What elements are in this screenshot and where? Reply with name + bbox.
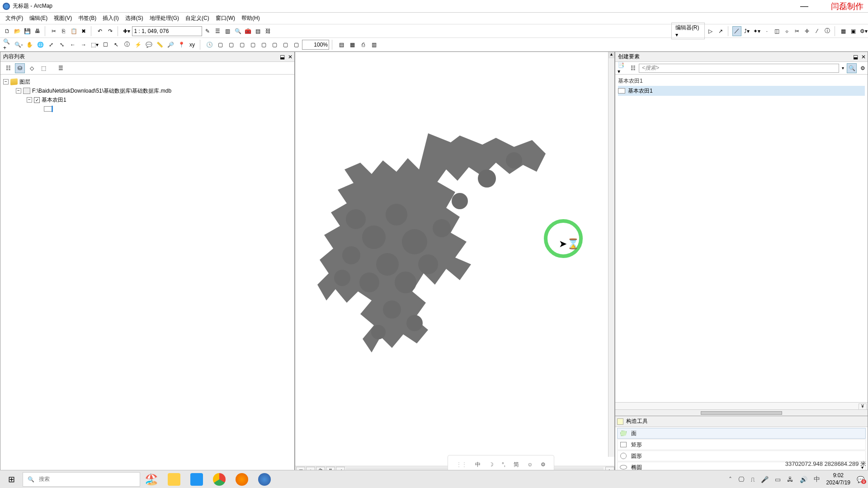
ime-emoji-button[interactable]: ☺ bbox=[527, 461, 533, 468]
toc-options-button[interactable]: ☰ bbox=[56, 63, 66, 73]
editor-toolbar-icon[interactable]: ✎ bbox=[203, 26, 212, 36]
menu-view[interactable]: 视图(V) bbox=[52, 14, 74, 23]
layer-symbol-patch[interactable] bbox=[44, 106, 52, 112]
cf-search-input[interactable]: <搜索> bbox=[639, 64, 839, 73]
catalog-button[interactable]: ▥ bbox=[223, 26, 232, 36]
tb-extra-2[interactable]: ▥ bbox=[369, 40, 379, 50]
map-scrollbar-vertical[interactable]: ▲ bbox=[608, 52, 614, 457]
menu-file[interactable]: 文件(F) bbox=[4, 14, 25, 23]
tray-display-icon[interactable]: 🖵 bbox=[738, 476, 745, 483]
ime-halfwidth-toggle[interactable]: ☽ bbox=[489, 461, 494, 468]
delete-button[interactable]: ✖ bbox=[79, 26, 88, 36]
ime-simp-trad-toggle[interactable]: 简 bbox=[514, 461, 519, 469]
find-route-tool[interactable]: 📍 bbox=[176, 40, 186, 50]
tray-volume-icon[interactable]: 🔊 bbox=[800, 476, 807, 483]
tb-gray-3[interactable]: ▢ bbox=[248, 40, 258, 50]
construct-rectangle[interactable]: 矩形 bbox=[617, 439, 866, 450]
tray-ime-indicator[interactable]: 中 bbox=[814, 475, 820, 483]
taskbar-app-chrome[interactable] bbox=[208, 470, 231, 488]
template-item[interactable]: 基本农田1 bbox=[618, 86, 865, 96]
identify-tool[interactable]: ⓘ bbox=[122, 40, 132, 50]
select-features-tool[interactable]: ⬚▾ bbox=[90, 40, 99, 50]
ime-cn-en-toggle[interactable]: 中 bbox=[475, 461, 481, 469]
tb-gray-7[interactable]: ▢ bbox=[291, 40, 301, 50]
list-by-visibility-button[interactable]: ◇ bbox=[27, 63, 37, 73]
menu-customize[interactable]: 自定义(C) bbox=[184, 14, 211, 23]
tb-gray-6[interactable]: ▢ bbox=[280, 40, 290, 50]
tb-gray-1[interactable]: ▢ bbox=[226, 40, 236, 50]
copy-button[interactable]: ⎘ bbox=[59, 26, 68, 36]
cut-button[interactable]: ✂ bbox=[49, 26, 58, 36]
start-button[interactable]: ⊞ bbox=[0, 470, 23, 488]
layout-data-view-button[interactable]: ▤ bbox=[336, 40, 346, 50]
new-button[interactable]: 🗋 bbox=[3, 26, 12, 36]
list-by-source-button[interactable]: ⛁ bbox=[15, 63, 25, 73]
toc-dataframe[interactable]: − 图层 bbox=[1, 77, 293, 86]
full-extent-button[interactable]: 🌐 bbox=[35, 40, 45, 50]
tray-clock[interactable]: 9:02 2024/7/19 bbox=[826, 472, 850, 486]
list-by-drawing-button[interactable]: ☷ bbox=[3, 63, 13, 73]
pan-tool[interactable]: ✋ bbox=[24, 40, 34, 50]
print-button[interactable]: 🖶 bbox=[33, 26, 42, 36]
model-builder-button[interactable]: ⛓ bbox=[264, 26, 273, 36]
taskbar-app-firefox[interactable] bbox=[231, 470, 253, 488]
toc-layer-node[interactable]: − ✓ 基本农田1 bbox=[1, 95, 293, 104]
open-button[interactable]: 📂 bbox=[13, 26, 22, 36]
editing-options-button[interactable]: ⚙▾ bbox=[859, 26, 868, 36]
tray-battery-icon[interactable]: ▭ bbox=[775, 476, 781, 483]
forward-button[interactable]: → bbox=[79, 40, 89, 50]
toolbox-button[interactable]: 🧰 bbox=[243, 26, 252, 36]
editor-menu[interactable]: 编辑器(R) ▾ bbox=[671, 23, 705, 39]
list-by-selection-button[interactable]: ⬚ bbox=[38, 63, 48, 73]
collapse-icon[interactable]: − bbox=[16, 88, 21, 94]
taskbar-search-input[interactable]: 🔍 搜索 bbox=[23, 472, 140, 487]
html-popup-tool[interactable]: 💬 bbox=[144, 40, 154, 50]
rotate-tool[interactable]: ∕ bbox=[812, 26, 821, 36]
menu-insert[interactable]: 插入(I) bbox=[101, 14, 120, 23]
taskbar-app-illustration[interactable]: 🏖️ bbox=[140, 470, 163, 488]
fixed-zoom-in[interactable]: ⤢ bbox=[46, 40, 56, 50]
cf-search-button[interactable]: 🔍 bbox=[847, 63, 857, 73]
ime-punct-toggle[interactable]: °, bbox=[502, 461, 505, 468]
paste-button[interactable]: 📋 bbox=[69, 26, 78, 36]
fixed-zoom-out[interactable]: ⤡ bbox=[57, 40, 67, 50]
find-tool[interactable]: 🔎 bbox=[165, 40, 175, 50]
cf-organize-button[interactable]: ⚙ bbox=[858, 63, 868, 73]
goto-xy-tool[interactable]: xy bbox=[187, 40, 197, 50]
toc-gdb-node[interactable]: − F:\BaiduNetdiskDownload\51\基础数据库\基础数据库… bbox=[1, 86, 293, 95]
add-data-button[interactable]: ✚▾ bbox=[122, 26, 131, 36]
zoom-in-tool[interactable]: 🔍+ bbox=[3, 40, 13, 50]
cf-search-dropdown[interactable]: ▾ bbox=[842, 66, 844, 70]
menu-help[interactable]: 帮助(H) bbox=[240, 14, 262, 23]
split-tool[interactable]: ✛ bbox=[802, 26, 811, 36]
tb-gray-2[interactable]: ▢ bbox=[237, 40, 247, 50]
zoom-out-tool[interactable]: 🔍- bbox=[14, 40, 24, 50]
cf-close-button[interactable]: ✕ bbox=[859, 54, 868, 60]
construct-polygon[interactable]: 面 bbox=[617, 428, 866, 439]
create-viewer-button[interactable]: ▢ bbox=[215, 40, 225, 50]
scale-input[interactable]: 1 : 1, 049, 076 bbox=[132, 26, 203, 36]
straight-segment-tool[interactable]: ／ bbox=[732, 26, 741, 36]
toc-button[interactable]: ☰ bbox=[213, 26, 222, 36]
map-view[interactable]: ➤⌛ ▲ bbox=[295, 52, 614, 466]
taskbar-app-video[interactable] bbox=[185, 470, 208, 488]
edit-annotation-tool[interactable]: ↗ bbox=[716, 26, 725, 36]
tray-usb-icon[interactable]: ⎍ bbox=[751, 476, 755, 483]
select-elements-tool[interactable]: ↖ bbox=[111, 40, 121, 50]
menu-geoprocessing[interactable]: 地理处理(G) bbox=[148, 14, 181, 23]
zoom-input[interactable]: 100% bbox=[302, 40, 329, 50]
back-button[interactable]: ← bbox=[68, 40, 78, 50]
sketch-properties-button[interactable]: ▦ bbox=[839, 26, 848, 36]
tb-extra-1[interactable]: ⎙ bbox=[358, 40, 368, 50]
cf-filter-button[interactable]: 📑▾ bbox=[617, 63, 627, 73]
toc-pin-button[interactable]: ⬓ bbox=[278, 54, 286, 60]
menu-edit[interactable]: 编辑(E) bbox=[28, 14, 49, 23]
cf-group-button[interactable]: ☷ bbox=[628, 63, 638, 73]
minimize-button[interactable]: — bbox=[800, 1, 808, 11]
tb-gray-4[interactable]: ▢ bbox=[259, 40, 269, 50]
hyperlink-tool[interactable]: ⚡ bbox=[133, 40, 143, 50]
python-button[interactable]: ▤ bbox=[253, 26, 262, 36]
reshape-tool[interactable]: ⟐ bbox=[783, 26, 792, 36]
attributes-button[interactable]: ⓘ bbox=[823, 26, 832, 36]
trace-tool[interactable]: ✦▾ bbox=[752, 26, 761, 36]
